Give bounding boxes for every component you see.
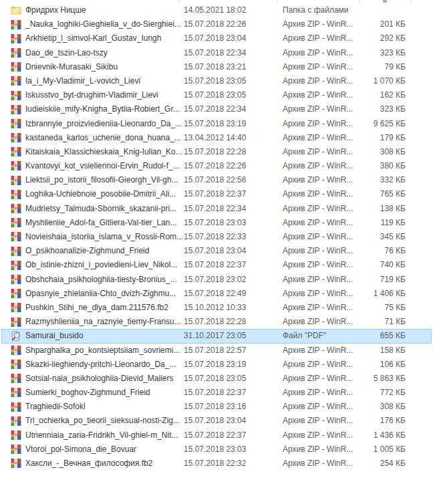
file-name: Dnievnik-Murasaki_Sikibu [25,60,187,74]
column-separator[interactable] [359,0,359,3]
file-date-modified: 14.05.2021 18:02 [184,3,269,17]
file-row[interactable]: Фридрих Ницше 14.05.2021 18:02 Папка с ф… [1,3,432,17]
file-row[interactable]: Opasnyie_zhielaniia-Chto_dvizh-Zighmu...… [1,287,432,301]
file-date-modified: 15.07.2018 22:34 [184,102,269,116]
file-name: Shparghalka_po_kontsieptsiiam_sovriemi..… [25,344,187,358]
file-row[interactable]: O_psikhoanalizie-Zighmund_Frieid 15.07.2… [1,244,432,258]
file-date-modified: 15.07.2018 22:28 [184,145,269,159]
file-size: 380 КБ [335,159,406,173]
file-size: 254 КБ [335,457,406,471]
file-date-modified: 15.07.2018 22:26 [184,159,269,173]
file-name: Opasnyie_zhielaniia-Chto_dvizh-Zighmu... [25,287,187,301]
file-row[interactable]: Iudieiskiie_mify-Knigha_Bytiia-Robiert_G… [1,102,432,116]
file-row[interactable]: Dao_de_tszin-Lao-tszy 15.07.2018 22:34 А… [1,46,432,60]
file-name: O_psikhoanalizie-Zighmund_Frieid [25,244,187,258]
file-size: 1 406 КБ [335,287,406,301]
file-name: Sumierki_boghov-Zighmund_Frieid [25,386,187,400]
file-date-modified: 15.07.2018 23:02 [184,273,269,287]
file-date-modified: 15.07.2018 22:37 [184,386,269,400]
file-row[interactable]: Izbrannyie_proizviedieniia-Lieonardo_Da_… [1,117,432,131]
winrar-archive-icon [11,118,21,129]
file-name: Arkhietip_i_simvol-Karl_Gustav_Iungh [25,31,187,45]
file-name: Samurai_busido [25,329,187,343]
winrar-archive-icon [11,146,21,157]
winrar-archive-icon [11,175,21,186]
file-row[interactable]: Skazki-lieghiendy-pritchi-Lieonardo_Da_.… [1,358,432,372]
file-size: 201 КБ [335,17,406,31]
file-row[interactable]: Kvantovyi_kot_vsieliennoi-Ervin_Rudol-f_… [1,159,432,173]
file-row[interactable]: Loghika-Uchiebnoie_posobiie-Dmitrii_Ali.… [1,187,432,201]
file-name: Razmyshlieniia_na_raznyie_tiemy-Fransu..… [25,315,187,329]
file-date-modified: 15.07.2018 23:05 [184,74,269,88]
winrar-archive-icon [11,33,21,44]
file-name: Izbrannyie_proizviedieniia-Lieonardo_Da_… [25,117,187,131]
file-row[interactable]: Iskusstvo_byt-drughim-Vladimir_Lievi 15.… [1,88,432,102]
file-name: Хаксли_-_Вечная_философия.fb2 [25,457,187,471]
file-size: 772 КБ [335,386,406,400]
file-size: 719 КБ [335,273,406,287]
file-size: 740 КБ [335,258,406,272]
file-list: Фридрих Ницше 14.05.2021 18:02 Папка с ф… [0,3,433,471]
file-name: Liektsii_po_istorii_filosofii-Gieorgh_Vi… [25,173,187,187]
file-row[interactable]: Traghiedii-Sofokl 15.07.2018 23:16 Архив… [1,400,432,414]
winrar-archive-icon [11,274,21,285]
file-row[interactable]: Ia_i_My-Vladimir_L-vovich_Lievi 15.07.20… [1,74,432,88]
file-date-modified: 15.07.2018 23:05 [184,88,269,102]
file-row[interactable]: Myshlieniie_Adol-fa_Gitliera-Val-tier_La… [1,216,432,230]
file-row[interactable]: Sotsial-naia_psikhologhiia-Dievid_Maiier… [1,372,432,386]
file-row[interactable]: Samurai_busido 31.10.2017 23:05 Файл "PD… [1,329,432,343]
file-size: 158 КБ [335,344,406,358]
winrar-archive-icon [11,430,21,440]
file-size: 176 КБ [335,414,406,428]
file-name: Vtoroi_pol-Simona_die_Bovuar [25,443,187,457]
file-row[interactable]: kastaneda_karlos_uchenie_dona_huana_... … [1,131,432,145]
file-row[interactable]: Dnievnik-Murasaki_Sikibu 15.07.2018 23:2… [1,60,432,74]
file-row[interactable]: Liektsii_po_istorii_filosofii-Gieorgh_Vi… [1,173,432,187]
file-row[interactable]: Utrienniaia_zaria-Fridrikh_Vil-ghiel-m_N… [1,428,432,443]
file-date-modified: 15.07.2018 22:34 [184,202,269,216]
file-row[interactable]: Shparghalka_po_kontsieptsiiam_sovriemi..… [1,344,432,358]
file-row[interactable]: Tri_ochierka_po_tieorii_sieksual-nosti-Z… [1,414,432,428]
file-row[interactable]: Sumierki_boghov-Zighmund_Frieid 15.07.20… [1,386,432,400]
file-row[interactable]: Novieishaia_istoriia_islama_v_Rossii-Rom… [1,230,432,244]
file-row[interactable]: Razmyshlieniia_na_raznyie_tiemy-Fransu..… [1,315,432,329]
winrar-archive-icon [11,203,21,214]
winrar-archive-icon [11,317,21,328]
column-separator[interactable] [411,0,412,3]
winrar-archive-icon [11,444,21,455]
file-date-modified: 15.07.2018 22:37 [184,428,269,443]
file-row[interactable]: _Nauka_loghiki-Gieghielia_v_do-Sierghiei… [1,17,432,31]
file-date-modified: 13.04.2012 14:40 [184,131,269,145]
winrar-archive-icon [11,458,21,469]
file-row[interactable]: Obshchaia_psikhologhiia-tiesty-Bronius_.… [1,273,432,287]
file-name: Utrienniaia_zaria-Fridrikh_Vil-ghiel-m_N… [25,428,187,443]
file-size: 655 КБ [335,329,406,343]
column-separator[interactable] [179,0,180,3]
column-separator[interactable] [277,0,278,3]
winrar-archive-icon [11,387,21,398]
file-name: Skazki-lieghiendy-pritchi-Lieonardo_Da_.… [25,358,187,372]
file-row[interactable]: Хаксли_-_Вечная_философия.fb2 15.07.2018… [1,457,432,471]
file-name: Sotsial-naia_psikhologhiia-Dievid_Maiier… [25,372,187,386]
folder-icon [11,5,21,15]
file-date-modified: 15.07.2018 23:03 [184,443,269,457]
file-name: Dao_de_tszin-Lao-tszy [25,46,187,60]
file-date-modified: 15.07.2018 23:04 [184,414,269,428]
file-name: _Nauka_loghiki-Gieghielia_v_do-Sierghiei… [25,17,187,31]
file-row[interactable]: Mudrietsy_Talmuda-Sbornik_skazanii-pri..… [1,202,432,216]
winrar-archive-icon [11,47,21,58]
file-row[interactable]: Kitaiskaia_Klassichieskaia_Knig-Iulian_K… [1,145,432,159]
winrar-archive-icon [11,189,21,200]
file-name: Ob_istinie-zhizni_i_poviedieni-Liev_Niko… [25,258,187,272]
file-row[interactable]: Vtoroi_pol-Simona_die_Bovuar 15.07.2018 … [1,443,432,457]
file-size: 1 070 КБ [335,74,406,88]
file-row[interactable]: Arkhietip_i_simvol-Karl_Gustav_Iungh 15.… [1,31,432,45]
file-size: 138 КБ [335,202,406,216]
file-size: 71 КБ [335,315,406,329]
file-size: 345 КБ [335,230,406,244]
file-row[interactable]: Pushkin_Stihi_ne_dlya_dam.211576.fb2 15.… [1,301,432,315]
file-name: Ia_i_My-Vladimir_L-vovich_Lievi [25,74,187,88]
file-name: Iudieiskiie_mify-Knigha_Bytiia-Robiert_G… [25,102,187,116]
winrar-archive-icon [11,373,21,384]
file-row[interactable]: Ob_istinie-zhizni_i_poviedieni-Liev_Niko… [1,258,432,272]
